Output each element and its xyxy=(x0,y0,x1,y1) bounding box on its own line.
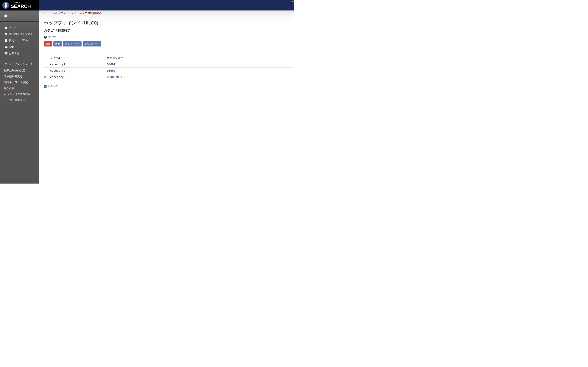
top-bar xyxy=(0,0,294,10)
page-subtitle: カテゴリ制御設定 xyxy=(44,28,293,33)
table-header-row: フィールド カテゴリコード xyxy=(44,55,293,61)
drag-handle-icon[interactable] xyxy=(44,76,46,78)
sidebar-subitem-0[interactable]: 検索結果除外設定 xyxy=(0,67,39,73)
sidebar-item-0[interactable]: ホーム xyxy=(0,24,39,31)
home-icon xyxy=(4,26,8,29)
handle-column-header xyxy=(44,55,50,61)
table-row: category200002 xyxy=(44,68,293,74)
usage-help-link[interactable]: 使い方 xyxy=(48,35,56,39)
sidebar-item-4[interactable]: お問合せ xyxy=(0,50,39,57)
toolbar: 保存 履歴 アップロード ダウンロード xyxy=(44,41,293,47)
drag-handle-icon[interactable] xyxy=(44,70,46,71)
breadcrumb-link-1[interactable]: ポップファインド xyxy=(55,12,77,15)
sidebar-subitem-4[interactable]: ハッシュタグ除外設定 xyxy=(0,91,39,97)
table-row: category200002/00010 xyxy=(44,74,293,80)
download-button[interactable]: ダウンロード xyxy=(83,41,101,47)
sidebar-item-label: FAQ xyxy=(9,45,14,48)
recording-indicator-dot xyxy=(292,1,294,2)
field-cell[interactable]: category2 xyxy=(50,74,107,80)
sidebar-item-2[interactable]: 技術マニュアル xyxy=(0,37,39,44)
sidebar-item-3[interactable]: ?FAQ xyxy=(0,44,39,50)
sidebar-item-label: サービスパラメータ xyxy=(9,63,33,66)
sidebar-subitem-2[interactable]: 関連キーワード設定 xyxy=(0,79,39,85)
plus-square-icon: + xyxy=(44,85,47,88)
brand-name-top: GENIEE xyxy=(11,2,31,4)
field-cell[interactable]: category1 xyxy=(50,61,107,68)
field-cell[interactable]: category2 xyxy=(50,68,107,74)
breadcrumb-separator: › xyxy=(78,12,78,15)
sidebar-item-1[interactable]: 管理画面マニュアル xyxy=(0,31,39,37)
question-circle-icon: ? xyxy=(44,36,47,39)
main-content: ホーム›ポップファインド›カテゴリ制御設定 ポップファインド (UILC0) カ… xyxy=(39,10,294,184)
book-icon xyxy=(4,39,8,42)
code-column-header: カテゴリコード xyxy=(107,55,293,61)
app-logo[interactable]: GENIEE SEARCH xyxy=(0,0,39,10)
save-button[interactable]: 保存 xyxy=(44,41,52,47)
sidebar-nav-settings: ⚙ サービスパラメータ 検索結果除外設定表示順制御設定関連キーワード設定類語辞書… xyxy=(0,59,39,105)
breadcrumb-separator: › xyxy=(53,12,54,15)
breadcrumb-current: カテゴリ制御設定 xyxy=(80,12,101,15)
breadcrumb: ホーム›ポップファインド›カテゴリ制御設定 xyxy=(44,10,293,16)
code-cell[interactable]: 00001 xyxy=(107,61,293,68)
page-title: ポップファインド (UILC0) xyxy=(44,20,293,26)
upload-button[interactable]: アップロード xyxy=(63,41,82,47)
sidebar-footer-bar xyxy=(0,183,39,184)
question-circle-icon: ? xyxy=(4,46,8,48)
status-dot-icon xyxy=(4,15,7,17)
account-label: BST xyxy=(10,15,15,18)
brand-name-main: SEARCH xyxy=(11,4,31,9)
envelope-icon xyxy=(4,52,8,55)
sidebar-item-label: お問合せ xyxy=(9,52,20,55)
sidebar-subitem-3[interactable]: 類語辞書 xyxy=(0,85,39,91)
sidebar-item-label: 技術マニュアル xyxy=(9,39,28,42)
code-cell[interactable]: 00002 xyxy=(107,68,293,74)
account-badge: BST xyxy=(0,10,39,22)
sidebar-item-label: ホーム xyxy=(9,26,17,29)
sidebar-subitem-5[interactable]: カテゴリ制御設定 xyxy=(0,97,39,103)
category-table: フィールド カテゴリコード category100001category2000… xyxy=(44,55,293,80)
sidebar-item-label: 管理画面マニュアル xyxy=(9,32,33,36)
field-column-header: フィールド xyxy=(50,55,107,61)
history-button[interactable]: 履歴 xyxy=(53,41,62,47)
add-row-link[interactable]: 行を追加 xyxy=(48,84,58,88)
sidebar-subitem-1[interactable]: 表示順制御設定 xyxy=(0,73,39,79)
sidebar-nav-primary: ホーム管理画面マニュアル技術マニュアル?FAQお問合せ xyxy=(0,22,39,59)
sidebar-item-service-parameters[interactable]: ⚙ サービスパラメータ xyxy=(0,61,39,67)
sidebar: BST ホーム管理画面マニュアル技術マニュアル?FAQお問合せ ⚙ サービスパラ… xyxy=(0,10,39,184)
drag-handle-icon[interactable] xyxy=(44,64,46,65)
table-row: category100001 xyxy=(44,61,293,68)
geniee-logo-icon xyxy=(2,2,9,9)
book-icon xyxy=(4,33,8,35)
code-cell[interactable]: 00002/00010 xyxy=(107,74,293,80)
gear-icon: ⚙ xyxy=(4,63,8,66)
breadcrumb-link-0[interactable]: ホーム xyxy=(44,12,52,15)
